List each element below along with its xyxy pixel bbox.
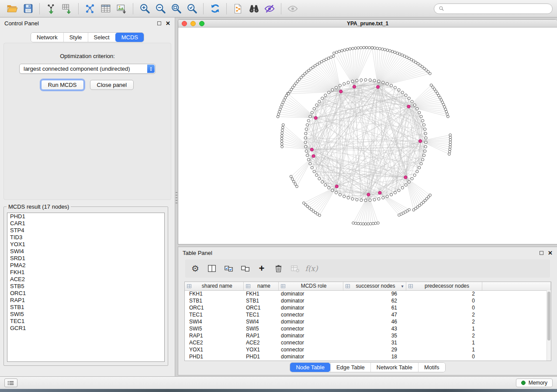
find-button[interactable] — [246, 2, 262, 16]
delete-column-button[interactable] — [272, 261, 285, 275]
table-cell[interactable]: connector — [278, 325, 343, 332]
hide-details-button[interactable] — [262, 2, 277, 16]
table-cell[interactable]: ORC1 — [185, 304, 243, 311]
column-header-MCDS-role[interactable]: MCDS role — [278, 282, 343, 290]
export-image-button[interactable] — [114, 2, 129, 16]
table-cell[interactable]: 0 — [406, 297, 482, 304]
table-cell[interactable]: 2 — [406, 311, 482, 318]
table-row[interactable]: TEC1TEC1connector472 — [185, 311, 551, 318]
network-graph[interactable] — [178, 28, 557, 244]
mcds-result-item[interactable]: YOX1 — [7, 241, 164, 248]
tab-node-table[interactable]: Node Table — [290, 363, 330, 372]
table-cell[interactable]: 62 — [343, 297, 406, 304]
table-cell[interactable]: FKH1 — [185, 290, 243, 297]
table-cell[interactable]: 43 — [343, 325, 406, 332]
mcds-result-item[interactable]: TID3 — [7, 234, 164, 241]
table-cell[interactable]: PHD1 — [243, 353, 278, 360]
zoom-out-button[interactable] — [152, 2, 168, 16]
tab-edge-table[interactable]: Edge Table — [330, 363, 370, 372]
table-row[interactable]: ACE2ACE2connector311 — [185, 339, 551, 346]
mcds-result-item[interactable]: RAP1 — [7, 297, 164, 304]
mcds-result-item[interactable]: ORC1 — [7, 290, 164, 297]
tab-network-table[interactable]: Network Table — [370, 363, 418, 372]
tab-network[interactable]: Network — [31, 33, 63, 42]
table-cell[interactable]: dominator — [278, 297, 343, 304]
table-row[interactable]: STB1STB1dominator620 — [185, 297, 551, 304]
table-cell[interactable]: 0 — [406, 304, 482, 311]
mcds-result-item[interactable]: GCR1 — [7, 325, 164, 332]
table-cell[interactable]: 2 — [406, 332, 482, 339]
show-columns-button[interactable] — [205, 261, 218, 275]
export-network-button[interactable] — [230, 2, 246, 16]
mcds-result-item[interactable]: SRD1 — [7, 255, 164, 262]
table-cell[interactable]: 18 — [343, 353, 406, 360]
select-all-columns-button[interactable] — [222, 261, 235, 275]
table-row[interactable]: SWI4SWI4dominator462 — [185, 318, 551, 325]
table-scrollbar[interactable] — [547, 290, 551, 361]
table-cell[interactable]: SWI5 — [185, 325, 243, 332]
mcds-result-item[interactable]: STB1 — [7, 304, 164, 311]
table-cell[interactable]: STB1 — [243, 297, 278, 304]
open-session-button[interactable] — [4, 2, 20, 16]
mcds-result-item[interactable]: CAR1 — [7, 220, 164, 227]
table-cell[interactable]: dominator — [278, 318, 343, 325]
network-window-titlebar[interactable]: YPA_prune.txt_1 — [178, 20, 557, 28]
table-row[interactable]: PHD1PHD1dominator180 — [185, 353, 551, 360]
search-box[interactable] — [434, 3, 553, 14]
table-cell[interactable]: TEC1 — [243, 311, 278, 318]
table-row[interactable]: ORC1ORC1dominator610 — [185, 304, 551, 311]
mcds-result-item[interactable]: PMA2 — [7, 262, 164, 269]
import-table-button[interactable] — [59, 2, 75, 16]
table-row[interactable]: YOX1YOX1connector291 — [185, 346, 551, 353]
import-network-button[interactable] — [43, 2, 59, 16]
table-cell[interactable]: YOX1 — [243, 346, 278, 353]
table-cell[interactable]: ORC1 — [243, 304, 278, 311]
panel-toggle-button[interactable] — [4, 378, 17, 387]
table-cell[interactable]: RAP1 — [185, 332, 243, 339]
graph-leaf-nodes[interactable] — [277, 46, 452, 225]
mcds-result-item[interactable]: SWI5 — [7, 311, 164, 318]
save-session-button[interactable] — [20, 2, 36, 16]
table-cell[interactable]: 47 — [343, 311, 406, 318]
table-cell[interactable]: 2 — [406, 290, 482, 297]
unselect-all-columns-button[interactable] — [239, 261, 252, 275]
criterion-select[interactable]: largest connected component (undirected)… — [19, 64, 156, 74]
column-header-name[interactable]: name — [243, 282, 278, 290]
zoom-fit-button[interactable] — [168, 2, 184, 16]
table-cell[interactable]: dominator — [278, 304, 343, 311]
float-panel-icon[interactable] — [157, 21, 161, 25]
mcds-result-item[interactable]: TEC1 — [7, 318, 164, 325]
column-header-predecessor-nodes[interactable]: predecessor nodes — [406, 282, 482, 290]
tab-motifs[interactable]: Motifs — [418, 363, 445, 372]
table-cell[interactable]: STB1 — [185, 297, 243, 304]
mcds-result-item[interactable]: FKH1 — [7, 269, 164, 276]
table-cell[interactable]: 1 — [406, 325, 482, 332]
mcds-result-item[interactable]: PHD1 — [7, 213, 164, 220]
table-row[interactable]: RAP1RAP1dominator352 — [185, 332, 551, 339]
tab-select[interactable]: Select — [88, 33, 115, 42]
table-cell[interactable]: SWI4 — [185, 318, 243, 325]
search-input[interactable] — [447, 6, 548, 12]
table-cell[interactable]: 2 — [406, 318, 482, 325]
tab-mcds[interactable]: MCDS — [115, 33, 144, 42]
table-cell[interactable]: SWI5 — [243, 325, 278, 332]
tab-style[interactable]: Style — [63, 33, 88, 42]
close-control-panel-icon[interactable]: ✕ — [166, 21, 170, 26]
column-header-shared-name[interactable]: shared name — [185, 282, 243, 290]
float-table-panel-icon[interactable] — [540, 251, 543, 255]
column-header-successor-nodes[interactable]: successor nodes▾ — [343, 282, 406, 290]
table-cell[interactable]: 29 — [343, 346, 406, 353]
new-network-button[interactable] — [82, 2, 98, 16]
table-cell[interactable]: 35 — [343, 332, 406, 339]
table-settings-button[interactable]: ⚙ — [189, 261, 202, 275]
table-cell[interactable]: 31 — [343, 339, 406, 346]
table-cell[interactable]: PHD1 — [185, 353, 243, 360]
table-cell[interactable]: connector — [278, 311, 343, 318]
scrollbar-thumb[interactable] — [547, 292, 550, 340]
table-cell[interactable]: SWI4 — [243, 318, 278, 325]
table-cell[interactable]: RAP1 — [243, 332, 278, 339]
table-cell[interactable]: 61 — [343, 304, 406, 311]
table-row[interactable]: FKH1FKH1dominator962 — [185, 290, 551, 297]
table-cell[interactable]: 1 — [406, 346, 482, 353]
close-table-panel-icon[interactable]: ✕ — [548, 250, 553, 256]
